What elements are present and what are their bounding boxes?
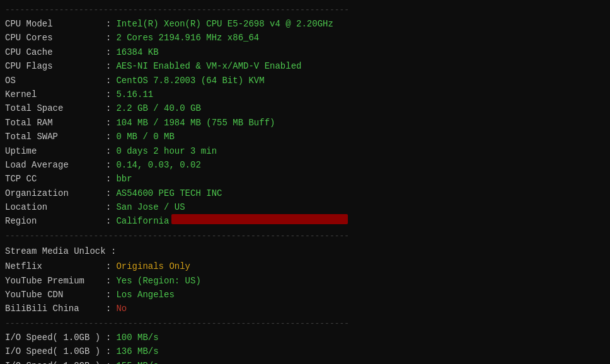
colon-4: : xyxy=(106,59,111,73)
cpu-flags-label: CPU Flags xyxy=(5,59,106,73)
colon-12: : xyxy=(106,172,111,186)
os-label: OS xyxy=(5,74,106,88)
stream-title: Stream Media Unlock : xyxy=(5,244,116,258)
io2-label: I/O Speed( 1.0GB ) xyxy=(5,344,106,358)
location-row: Location : San Jose / US xyxy=(5,200,605,214)
cpu-model-value: Intel(R) Xeon(R) CPU E5-2698 v4 @ 2.20GH… xyxy=(116,17,333,31)
cpu-cores-row: CPU Cores : 2 Cores 2194.916 MHz x86_64 xyxy=(5,31,605,45)
cpu-cores-label: CPU Cores xyxy=(5,31,106,45)
colon-20: : xyxy=(106,331,111,344)
kernel-label: Kernel xyxy=(5,88,106,101)
colon-14: : xyxy=(106,200,111,214)
colon-2: : xyxy=(106,31,111,45)
bilibili-value: No xyxy=(116,302,127,316)
os-value: CentOS 7.8.2003 (64 Bit) KVM xyxy=(116,74,264,88)
colon-15: : xyxy=(106,214,111,228)
redacted-region xyxy=(171,214,348,224)
youtube-cdn-value: Los Angeles xyxy=(116,288,174,302)
location-value: San Jose / US xyxy=(116,200,185,214)
total-ram-value: 104 MB / 1984 MB (755 MB Buff) xyxy=(116,116,275,130)
total-space-row: Total Space : 2.2 GB / 40.0 GB xyxy=(5,101,605,115)
region-label: Region xyxy=(5,214,106,228)
cpu-cache-row: CPU Cache : 16384 KB xyxy=(5,45,605,59)
load-avg-row: Load Average : 0.14, 0.03, 0.02 xyxy=(5,158,605,172)
colon-16: : xyxy=(106,259,111,273)
cpu-cores-value: 2 Cores 2194.916 MHz x86_64 xyxy=(116,31,259,45)
uptime-label: Uptime xyxy=(5,144,106,158)
io1-label: I/O Speed( 1.0GB ) xyxy=(5,331,106,344)
netflix-value: Originals Only xyxy=(116,259,190,273)
cpu-flags-row: CPU Flags : AES-NI Enabled & VM-x/AMD-V … xyxy=(5,59,605,73)
colon-7: : xyxy=(106,101,111,115)
youtube-premium-value: Yes (Region: US) xyxy=(116,274,200,288)
io3-value: 155 MB/s xyxy=(116,359,158,364)
total-space-label: Total Space xyxy=(5,101,106,115)
divider-3: ----------------------------------------… xyxy=(5,319,605,328)
tcp-cc-value: bbr xyxy=(116,172,132,186)
colon-1: : xyxy=(106,17,111,31)
region-value: California xyxy=(116,214,169,228)
netflix-row: Netflix : Originals Only xyxy=(5,259,605,273)
colon-3: : xyxy=(106,45,111,59)
youtube-premium-label: YouTube Premium xyxy=(5,274,106,288)
org-value: AS54600 PEG TECH INC xyxy=(116,186,222,200)
youtube-premium-row: YouTube Premium : Yes (Region: US) xyxy=(5,274,605,288)
colon-5: : xyxy=(106,74,111,88)
uptime-row: Uptime : 0 days 2 hour 3 min xyxy=(5,144,605,158)
region-row: Region : California xyxy=(5,214,605,228)
total-swap-label: Total SWAP xyxy=(5,130,106,144)
colon-8: : xyxy=(106,116,111,130)
io1-row: I/O Speed( 1.0GB ) : 100 MB/s xyxy=(5,331,605,344)
colon-22: : xyxy=(106,359,111,364)
kernel-value: 5.16.11 xyxy=(116,88,153,101)
io3-label: I/O Speed( 1.0GB ) xyxy=(5,359,106,364)
io2-value: 136 MB/s xyxy=(116,344,158,358)
divider-2: ----------------------------------------… xyxy=(5,231,605,241)
load-avg-value: 0.14, 0.03, 0.02 xyxy=(116,158,200,172)
total-swap-row: Total SWAP : 0 MB / 0 MB xyxy=(5,130,605,144)
org-label: Organization xyxy=(5,186,106,200)
colon-10: : xyxy=(106,144,111,158)
youtube-cdn-row: YouTube CDN : Los Angeles xyxy=(5,288,605,302)
cpu-cache-label: CPU Cache xyxy=(5,45,106,59)
tcp-cc-label: TCP CC xyxy=(5,172,106,186)
tcp-cc-row: TCP CC : bbr xyxy=(5,172,605,186)
total-space-value: 2.2 GB / 40.0 GB xyxy=(116,101,200,115)
cpu-model-label: CPU Model xyxy=(5,17,106,31)
total-ram-row: Total RAM : 104 MB / 1984 MB (755 MB Buf… xyxy=(5,116,605,130)
colon-17: : xyxy=(106,274,111,288)
kernel-row: Kernel : 5.16.11 xyxy=(5,88,605,101)
colon-21: : xyxy=(106,344,111,358)
colon-13: : xyxy=(106,186,111,200)
youtube-cdn-label: YouTube CDN xyxy=(5,288,106,302)
stream-title-row: Stream Media Unlock : xyxy=(5,243,605,259)
colon-11: : xyxy=(106,158,111,172)
top-divider: ----------------------------------------… xyxy=(5,5,605,14)
total-ram-label: Total RAM xyxy=(5,116,106,130)
colon-19: : xyxy=(106,302,111,316)
cpu-cache-value: 16384 KB xyxy=(116,45,158,59)
io2-row: I/O Speed( 1.0GB ) : 136 MB/s xyxy=(5,344,605,358)
cpu-flags-value: AES-NI Enabled & VM-x/AMD-V Enabled xyxy=(116,59,301,73)
location-label: Location xyxy=(5,200,106,214)
cpu-model-row: CPU Model : Intel(R) Xeon(R) CPU E5-2698… xyxy=(5,17,605,31)
total-swap-value: 0 MB / 0 MB xyxy=(116,130,174,144)
org-row: Organization : AS54600 PEG TECH INC xyxy=(5,186,605,200)
load-avg-label: Load Average xyxy=(5,158,106,172)
colon-6: : xyxy=(106,88,111,101)
netflix-label: Netflix xyxy=(5,259,106,273)
bilibili-row: BiliBili China : No xyxy=(5,302,605,316)
colon-9: : xyxy=(106,130,111,144)
io1-value: 100 MB/s xyxy=(116,331,158,344)
bilibili-label: BiliBili China xyxy=(5,302,106,316)
colon-18: : xyxy=(106,288,111,302)
uptime-value: 0 days 2 hour 3 min xyxy=(116,144,217,158)
io3-row: I/O Speed( 1.0GB ) : 155 MB/s xyxy=(5,359,605,364)
os-row: OS : CentOS 7.8.2003 (64 Bit) KVM xyxy=(5,74,605,88)
